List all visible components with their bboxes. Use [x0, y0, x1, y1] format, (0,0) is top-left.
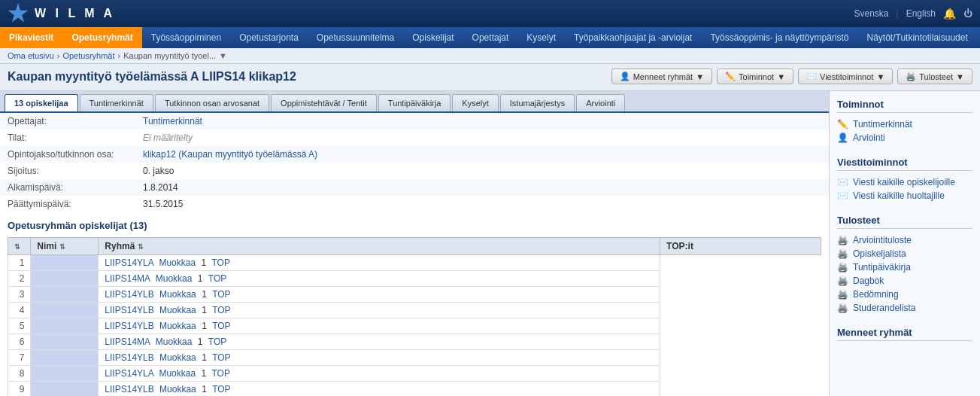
- top-link[interactable]: TOP: [208, 273, 226, 284]
- lang-english[interactable]: English: [906, 8, 936, 19]
- opettajat-link[interactable]: Tuntimerkinnät: [143, 116, 202, 126]
- lang-svenska[interactable]: Svenska: [854, 8, 888, 19]
- group-link[interactable]: LIIPS14YLA: [105, 257, 153, 268]
- chevron-down-icon3: ▼: [876, 72, 884, 81]
- sidebar-bedomning-link[interactable]: 🖨️ Bedömning: [837, 288, 972, 301]
- tab-istumajarjestys[interactable]: Istumajärjestys: [500, 94, 575, 111]
- sidebar-tuntimerkinnät-link[interactable]: ✏️ Tuntimerkinnät: [837, 117, 972, 131]
- top-link[interactable]: TOP: [212, 368, 230, 379]
- col-top[interactable]: TOP:it: [660, 238, 821, 255]
- tab-tuntimerkinnät[interactable]: Tuntimerkinnät: [80, 94, 153, 111]
- table-row: 4 LIIPS14YLB Muokkaa 1 TOP: [8, 303, 821, 318]
- table-row: 8 LIIPS14YLA Muokkaa 1 TOP: [8, 366, 821, 382]
- top-link[interactable]: TOP: [208, 337, 226, 347]
- muokkaa-link[interactable]: Muokkaa: [159, 384, 196, 394]
- nav-item-opiskelijat[interactable]: Opiskelijat: [403, 27, 463, 48]
- muokkaa-link[interactable]: Muokkaa: [159, 289, 196, 300]
- student-num: 2: [8, 271, 31, 287]
- nav-item-pikaviestit[interactable]: Pikaviestit: [0, 27, 62, 48]
- muokkaa-link[interactable]: Muokkaa: [159, 305, 196, 315]
- menneet-ryhmat-button[interactable]: 👤 Menneet ryhmät ▼: [611, 69, 712, 84]
- tulosteet-button[interactable]: 🖨️ Tulosteet ▼: [897, 69, 972, 84]
- col-ryhma[interactable]: Ryhmä ⇅: [99, 238, 660, 255]
- tab-oppimistehtavat[interactable]: Oppimistehtävät / Tentit: [271, 94, 377, 111]
- muokkaa-link[interactable]: Muokkaa: [156, 273, 193, 284]
- group-link[interactable]: LIIPS14YLB: [105, 289, 153, 300]
- power-icon: ⏻: [963, 8, 972, 19]
- top-link[interactable]: TOP: [212, 352, 230, 363]
- top-link[interactable]: TOP: [212, 384, 230, 394]
- nav-item-opettajat[interactable]: Opettajat: [463, 27, 518, 48]
- breadcrumb: Oma etusivu › Opetusryhmät › Kaupan myyn…: [0, 48, 980, 64]
- breadcrumb-level1[interactable]: Opetusryhmät: [62, 51, 114, 60]
- tab-arviointi[interactable]: Arviointi: [576, 94, 625, 111]
- sidebar-viesti-huoltajille-link[interactable]: ✉️ Viesti kaikille huoltajille: [837, 189, 972, 203]
- tab-tuntipaivakija[interactable]: Tuntipäiväkirja: [378, 94, 451, 111]
- viestitoiminnot-button[interactable]: ✉️ Viestitoiminnot ▼: [798, 69, 893, 84]
- nav-item-opetussuunnitelma[interactable]: Opetussuunnitelma: [308, 27, 403, 48]
- table-row: 3 LIIPS14YLB Muokkaa 1 TOP: [8, 287, 821, 303]
- envelope-icon: ✉️: [806, 72, 817, 81]
- logo-text: W I L M A: [35, 7, 115, 20]
- sidebar-dagbok-link[interactable]: 🖨️ Dagbok: [837, 274, 972, 288]
- student-name: [31, 255, 99, 271]
- tab-arvosanat[interactable]: Tutkinnon osan arvosanat: [155, 94, 269, 111]
- muokkaa-link[interactable]: Muokkaa: [159, 257, 196, 268]
- breadcrumb-home[interactable]: Oma etusivu: [8, 51, 54, 60]
- sidebar-studerandelista-link[interactable]: 🖨️ Studerandelista: [837, 301, 972, 315]
- student-name: [31, 350, 99, 366]
- alkamis-label: Alkamispäivä:: [0, 179, 135, 196]
- group-link[interactable]: LIIPS14YLB: [105, 384, 153, 394]
- opintojakso-label: Opintojakso/tutkinnon osa:: [0, 146, 135, 163]
- student-name: [31, 303, 99, 318]
- page-title: Kaupan myyntityö työelämässä A LIIPS14 k…: [8, 70, 296, 84]
- nav-item-tyopaikkaohjaajat[interactable]: Työpaikkaohjaajat ja -arvioijat: [565, 27, 701, 48]
- nav-item-tyossaoppiminen[interactable]: Työssäoppiminen: [142, 27, 230, 48]
- toiminnot-button[interactable]: ✏️ Toiminnot ▼: [717, 69, 793, 84]
- header-buttons: 👤 Menneet ryhmät ▼ ✏️ Toiminnot ▼ ✉️ Vie…: [611, 69, 972, 84]
- muokkaa-link[interactable]: Muokkaa: [159, 352, 196, 363]
- nav-item-opetustarjonta[interactable]: Opetustarjonta: [230, 27, 308, 48]
- group-link[interactable]: LIIPS14MA: [105, 273, 150, 284]
- muokkaa-link[interactable]: Muokkaa: [156, 337, 193, 347]
- group-link[interactable]: LIIPS14YLB: [105, 321, 153, 331]
- nav-item-tentit[interactable]: Tentit: [977, 27, 980, 48]
- nav-item-kyselyt[interactable]: Kyselyt: [517, 27, 565, 48]
- opettajat-value: Tuntimerkinnät: [135, 113, 829, 129]
- opintojakso-link[interactable]: klikap12 (Kaupan myyntityö työelämässä A…: [143, 149, 317, 160]
- tab-opiskelijat[interactable]: 13 opiskelijaa: [5, 94, 78, 111]
- paatty-label: Päättymispäivä:: [0, 196, 135, 212]
- nav-item-opetusryhmat[interactable]: Opetusryhmät: [62, 27, 141, 48]
- student-num: 7: [8, 350, 31, 366]
- sidebar-tuntipaivakija-link[interactable]: 🖨️ Tuntipäiväkirja: [837, 260, 972, 274]
- top-link[interactable]: TOP: [212, 257, 230, 268]
- muokkaa-link[interactable]: Muokkaa: [159, 368, 196, 379]
- top-link[interactable]: TOP: [212, 321, 230, 331]
- sidebar-arviointituloste-link[interactable]: 🖨️ Arviointituloste: [837, 233, 972, 247]
- top-link[interactable]: TOP: [212, 305, 230, 315]
- group-link[interactable]: LIIPS14YLB: [105, 352, 153, 363]
- sidebar-arviointi-link[interactable]: 👤 Arviointi: [837, 131, 972, 145]
- nav-item-naytot[interactable]: Näytöt/Tutkintotilaisuudet: [858, 27, 977, 48]
- student-group: LIIPS14YLA Muokkaa 1 TOP: [99, 366, 660, 382]
- group-link[interactable]: LIIPS14MA: [105, 337, 150, 347]
- student-name: [31, 334, 99, 350]
- breadcrumb-dropdown-icon[interactable]: ▼: [219, 51, 227, 60]
- top-link[interactable]: TOP: [212, 289, 230, 300]
- chevron-down-icon: ▼: [696, 72, 704, 81]
- student-group: LIIPS14MA Muokkaa 1 TOP: [99, 334, 660, 350]
- col-nimi[interactable]: Nimi ⇅: [31, 238, 99, 255]
- tab-kyselyt[interactable]: Kyselyt: [452, 94, 498, 111]
- muokkaa-link[interactable]: Muokkaa: [159, 321, 196, 331]
- printer-icon-4: 🖨️: [837, 276, 848, 286]
- student-group: LIIPS14MA Muokkaa 1 TOP: [99, 271, 660, 287]
- sidebar-opiskeljalista-link[interactable]: 🖨️ Opiskeljalista: [837, 247, 972, 260]
- student-group: LIIPS14YLB Muokkaa 1 TOP: [99, 303, 660, 318]
- table-row: 1 LIIPS14YLA Muokkaa 1 TOP: [8, 255, 821, 271]
- envelope-icon-1: ✉️: [837, 177, 848, 187]
- group-link[interactable]: LIIPS14YLB: [105, 305, 153, 315]
- group-link[interactable]: LIIPS14YLA: [105, 368, 153, 379]
- nav-item-tyossaoppimis[interactable]: Työssäoppimis- ja näyttöympäristö: [701, 27, 857, 48]
- sidebar-viesti-opiskelijoille-link[interactable]: ✉️ Viesti kaikille opiskelijoille: [837, 175, 972, 189]
- student-num: 4: [8, 303, 31, 318]
